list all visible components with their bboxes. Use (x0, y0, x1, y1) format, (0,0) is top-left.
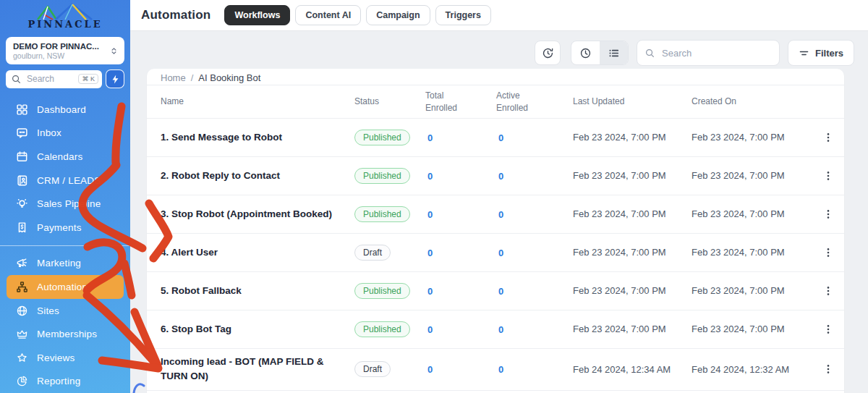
sidebar-item-dashboard[interactable]: Dashboard (0, 98, 130, 122)
tab-triggers[interactable]: Triggers (435, 5, 491, 25)
row-menu-button[interactable] (819, 320, 838, 339)
workflow-name[interactable]: Incoming lead - BOT (MAP FIELD & TURN ON… (161, 349, 354, 390)
sidebar: PINNACLE DEMO FOR PINNAC... goulburn, NS… (0, 0, 130, 393)
tab-content-ai[interactable]: Content AI (295, 5, 361, 25)
logo-wordmark: PINNACLE (0, 19, 130, 30)
recent-view-button[interactable] (571, 41, 600, 64)
sidebar-item-sites[interactable]: Sites (0, 299, 130, 323)
total-enrolled-link[interactable]: 0 (425, 248, 496, 258)
total-enrolled-link[interactable]: 0 (425, 324, 496, 335)
sidebar-item-label: Sales Pipeline (37, 198, 101, 209)
view-toggle (571, 41, 629, 65)
created-on: Feb 23 2024, 7:00 PM (692, 130, 791, 145)
filters-button[interactable]: Filters (788, 40, 854, 66)
last-updated: Feb 23 2024, 7:00 PM (573, 322, 673, 337)
row-menu-button[interactable] (819, 243, 838, 262)
active-enrolled-link[interactable]: 0 (496, 364, 573, 375)
created-on: Feb 23 2024, 7:00 PM (692, 207, 791, 221)
dashboard-icon (16, 103, 28, 116)
row-menu-button[interactable] (819, 128, 838, 147)
workflow-name[interactable]: 4. Alert User (161, 240, 354, 266)
workflow-search[interactable] (637, 40, 780, 66)
active-enrolled-link[interactable]: 0 (496, 324, 573, 335)
sidebar-item-reporting[interactable]: Reporting (0, 370, 130, 393)
created-on: Feb 24 2024, 12:32 AM (692, 363, 791, 377)
keyboard-shortcut-badge: ⌘ K (78, 74, 98, 84)
row-menu-button[interactable] (819, 282, 838, 300)
active-enrolled-link[interactable]: 0 (496, 132, 573, 143)
table-row[interactable]: 5. Robot FallbackPublished00Feb 23 2024,… (147, 272, 844, 310)
tab-workflows[interactable]: Workflows (224, 5, 290, 25)
sidebar-item-label: Calendars (37, 151, 82, 162)
active-enrolled-link[interactable]: 0 (496, 248, 573, 258)
workflow-name[interactable]: 6. Stop Bot Tag (161, 316, 354, 342)
status-badge: Draft (354, 361, 391, 377)
sidebar-item-sales-pipeline[interactable]: Sales Pipeline (0, 192, 130, 216)
sidebar-item-automation[interactable]: Automation (7, 275, 124, 299)
table-row[interactable]: 1. Send Message to RobotPublished00Feb 2… (147, 119, 844, 157)
calendars-icon (16, 151, 28, 163)
active-enrolled-link[interactable]: 0 (496, 209, 573, 220)
workflow-search-input[interactable] (660, 47, 772, 59)
created-on: Feb 23 2024, 7:00 PM (692, 284, 791, 298)
breadcrumb: Home / AI Booking Bot (147, 69, 844, 85)
table-row[interactable]: 3. Stop Robot (Appointment Booked)Publis… (147, 195, 844, 234)
kebab-menu-icon (822, 324, 834, 335)
memberships-icon (16, 328, 28, 340)
sidebar-item-marketing[interactable]: Marketing (0, 252, 130, 276)
row-menu-button[interactable] (819, 166, 838, 185)
created-on: Feb 23 2024, 7:00 PM (692, 169, 791, 183)
kebab-menu-icon (822, 208, 834, 220)
sidebar-item-reviews[interactable]: Reviews (0, 346, 130, 370)
sidebar-search[interactable]: ⌘ K (6, 70, 102, 88)
workflow-name[interactable]: 2. Robot Reply to Contact (161, 163, 354, 189)
table-row[interactable]: 2. Robot Reply to ContactPublished00Feb … (147, 157, 844, 195)
sidebar-item-payments[interactable]: Payments (0, 216, 130, 240)
active-enrolled-link[interactable]: 0 (496, 171, 573, 182)
breadcrumb-current: AI Booking Bot (198, 72, 260, 83)
status-badge: Published (354, 168, 410, 184)
sidebar-item-label: Inbox (37, 127, 61, 138)
total-enrolled-link[interactable]: 0 (425, 132, 496, 143)
sidebar-item-label: Payments (37, 222, 82, 233)
created-on: Feb 23 2024, 7:00 PM (692, 245, 791, 260)
payments-icon (16, 221, 28, 234)
row-menu-button[interactable] (819, 360, 838, 379)
account-name: DEMO FOR PINNAC... (13, 42, 109, 51)
column-header-total-enrolled: Total Enrolled (425, 90, 464, 114)
table-row[interactable]: 4. Alert UserDraft00Feb 23 2024, 7:00 PM… (147, 234, 844, 272)
workflow-name[interactable]: 3. Stop Robot (Appointment Booked) (161, 201, 354, 227)
sidebar-item-label: Marketing (37, 258, 81, 269)
sidebar-item-calendars[interactable]: Calendars (0, 145, 130, 169)
clock-icon (579, 47, 592, 59)
total-enrolled-link[interactable]: 0 (425, 286, 496, 297)
sidebar-nav: DashboardInboxCalendarsCRM / LEADSSales … (0, 98, 130, 393)
total-enrolled-link[interactable]: 0 (425, 171, 496, 182)
workflow-name[interactable]: 5. Robot Fallback (161, 278, 354, 304)
kebab-menu-icon (822, 247, 834, 258)
marketing-icon (16, 257, 28, 269)
search-icon (11, 74, 22, 85)
status-badge: Draft (354, 245, 391, 261)
row-menu-button[interactable] (819, 205, 838, 224)
tab-bar: WorkflowsContent AICampaignTriggers (224, 5, 490, 25)
total-enrolled-link[interactable]: 0 (425, 209, 496, 220)
account-switcher[interactable]: DEMO FOR PINNAC... goulburn, NSW (6, 37, 124, 64)
refresh-history-button[interactable] (535, 41, 561, 65)
total-enrolled-link[interactable]: 0 (425, 364, 496, 375)
list-view-button[interactable] (600, 41, 628, 64)
quick-actions-button[interactable] (106, 69, 124, 88)
active-enrolled-link[interactable]: 0 (496, 286, 573, 297)
kebab-menu-icon (822, 285, 834, 297)
sidebar-search-input[interactable] (25, 73, 78, 85)
breadcrumb-home[interactable]: Home (161, 72, 186, 83)
breadcrumb-separator: / (191, 72, 194, 83)
column-header-status: Status (354, 96, 425, 108)
tab-campaign[interactable]: Campaign (366, 5, 430, 25)
workflow-name[interactable]: 1. Send Message to Robot (161, 124, 354, 151)
sidebar-item-inbox[interactable]: Inbox (0, 122, 130, 145)
table-row[interactable]: Incoming lead - BOT (MAP FIELD & TURN ON… (147, 349, 844, 391)
sidebar-item-memberships[interactable]: Memberships (0, 322, 130, 346)
sidebar-item-crm-leads[interactable]: CRM / LEADS (0, 169, 130, 193)
table-row[interactable]: 6. Stop Bot TagPublished00Feb 23 2024, 7… (147, 310, 844, 349)
